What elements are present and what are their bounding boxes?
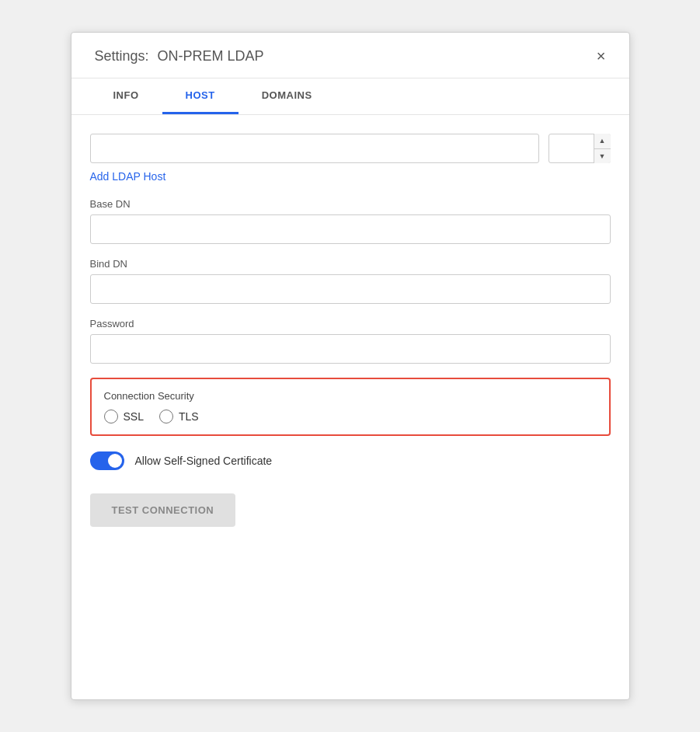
tls-option[interactable]: TLS — [159, 410, 199, 424]
close-button[interactable]: × — [592, 47, 611, 65]
settings-modal: Settings: ON-PREM LDAP × INFO HOST DOMAI… — [71, 32, 630, 700]
ssl-label: SSL — [124, 410, 144, 423]
self-signed-label: Allow Self-Signed Certificate — [135, 455, 273, 467]
bind-dn-section: Bind DN — [90, 258, 611, 304]
tls-label: TLS — [179, 410, 199, 423]
ssl-option[interactable]: SSL — [104, 410, 144, 424]
tab-domains[interactable]: DOMAINS — [239, 78, 336, 114]
port-increment-button[interactable]: ▲ — [594, 134, 611, 149]
port-decrement-button[interactable]: ▼ — [594, 149, 611, 164]
subtitle-label: ON-PREM LDAP — [158, 48, 264, 64]
password-label: Password — [90, 318, 611, 329]
self-signed-toggle[interactable] — [90, 451, 124, 470]
title-label: Settings: — [95, 48, 149, 64]
test-connection-button[interactable]: TEST CONNECTION — [90, 493, 236, 527]
bind-dn-input[interactable] — [90, 274, 611, 304]
host-input[interactable] — [90, 134, 539, 163]
toggle-slider — [90, 451, 124, 470]
modal-header: Settings: ON-PREM LDAP × — [71, 33, 629, 78]
host-port-row: ▲ ▼ — [90, 134, 611, 163]
password-section: Password — [90, 318, 611, 364]
add-ldap-host-link[interactable]: Add LDAP Host — [90, 170, 166, 183]
base-dn-input[interactable] — [90, 214, 611, 244]
self-signed-toggle-row: Allow Self-Signed Certificate — [90, 451, 611, 470]
port-spin-wrapper: ▲ ▼ — [549, 134, 611, 163]
modal-title: Settings: ON-PREM LDAP — [90, 48, 264, 64]
tab-info[interactable]: INFO — [90, 78, 162, 114]
base-dn-label: Base DN — [90, 198, 611, 210]
connection-security-box: Connection Security SSL TLS — [90, 378, 611, 436]
password-input[interactable] — [90, 334, 611, 364]
base-dn-section: Base DN — [90, 198, 611, 244]
tls-radio[interactable] — [159, 410, 173, 424]
tabs-bar: INFO HOST DOMAINS — [71, 78, 629, 115]
modal-body: ▲ ▼ Add LDAP Host Base DN Bind DN Passwo… — [71, 115, 629, 546]
bind-dn-label: Bind DN — [90, 258, 611, 270]
ssl-radio[interactable] — [104, 410, 118, 424]
connection-security-label: Connection Security — [104, 390, 597, 402]
tab-host[interactable]: HOST — [162, 78, 239, 114]
modal-overlay: Settings: ON-PREM LDAP × INFO HOST DOMAI… — [0, 0, 700, 732]
spin-buttons: ▲ ▼ — [594, 134, 611, 163]
security-radio-group: SSL TLS — [104, 410, 597, 424]
